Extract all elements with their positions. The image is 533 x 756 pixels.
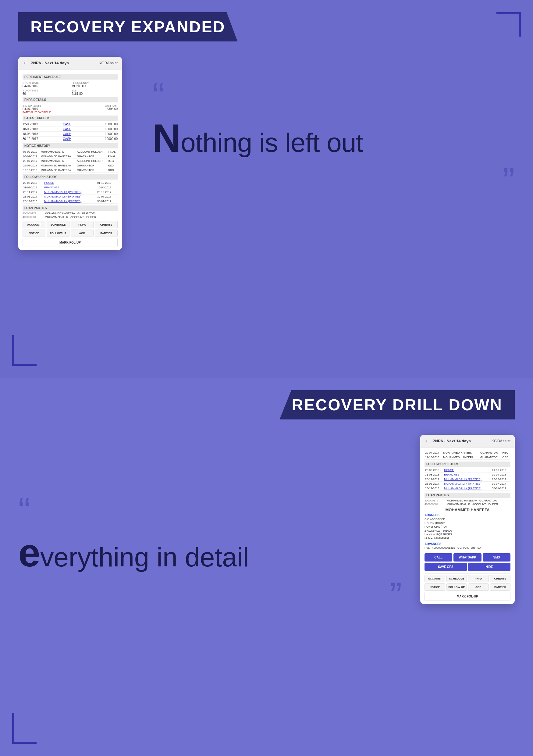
phone2-action-row2: NOTICE FOLLOW UP AOD PARTIES [424, 583, 511, 591]
address-label: ADDRESS [424, 513, 511, 517]
list-item: 29-07-2017MUHAMMADALI KACCOUNT HOLDERREG [22, 159, 118, 163]
phone-mockup-2: ← PNPA - Next 14 days KGBAssist 29-07-20… [420, 435, 515, 604]
list-item: 400000179MOHAMMED HANEEFAGUARANTOR [22, 212, 118, 215]
btn-schedule-1[interactable]: SCHEDULE [47, 221, 69, 228]
phone2-loan-parties-label: Loan Parties [424, 493, 511, 498]
btn-call[interactable]: CALL [424, 553, 452, 561]
quote-mark-open-bottom: “ [18, 496, 31, 525]
list-item: 28-06-2017MUHAMMADALI K (PARTIES)30-07-2… [22, 195, 118, 199]
list-item: 19-10-2016MOHAMMED HANEEFAGUARANTORORD [424, 455, 511, 460]
pnpa-left: IND NPA DATE 04-07-2019 PARTIALLY OVERDU… [22, 104, 51, 114]
loan-parties-list: 400000179MOHAMMED HANEEFAGUARANTOR400000… [22, 212, 118, 219]
phone2-back-btn[interactable]: ← [424, 438, 430, 444]
mark-followup-btn-2[interactable]: MARK FOL-UP [424, 592, 511, 601]
no-of-inst-item: NO.OF INST 60 [22, 88, 68, 95]
credits-table: 12-03-2019CASH10000.0018-09-2018CASH1000… [22, 122, 118, 142]
repayment-grid: START DATE 04-01-2016 FREQUENCY MONTHLY … [22, 81, 118, 95]
emi-item: EMI 2161.80 [72, 88, 118, 95]
section2-header-wrapper: RECOVERY DRILL DOWN [18, 390, 515, 419]
bracket-bottom-left-decor [12, 335, 37, 366]
repayment-label: Repayment Schedule [22, 74, 118, 80]
btn-aod-1[interactable]: AOD [71, 230, 93, 237]
btn-followup-1[interactable]: FOLLOW UP [47, 230, 69, 237]
phone1-title: PNPA - Next 14 days [31, 61, 99, 65]
quote-mark-close-bottom: ” [390, 581, 402, 610]
btn-notice-2[interactable]: NOTICE [424, 583, 445, 591]
btn-pnpa-1[interactable]: PNPA [71, 221, 93, 228]
phone1-header: ← PNPA - Next 14 days KGBAssist [18, 57, 122, 69]
phone2-loan-parties: 400000179MOHAMMED HANEEFAGUARANTOR400000… [424, 499, 511, 506]
section1-header: RECOVERY EXPANDED [18, 12, 238, 41]
quote-mark-close-top: ” [502, 166, 515, 195]
phone2-header: ← PNPA - Next 14 days KGBAssist [420, 435, 515, 447]
list-item: 400000884MUHAMMADALI KACCOUNT HOLDER [424, 503, 511, 506]
advances-label: ADVANCES [424, 542, 511, 546]
list-item: 06-02-2019MOHAMMED HANEEFAGUARANTORFINAL [22, 154, 118, 159]
section-recovery-drilldown: RECOVERY DRILL DOWN “ everything in deta… [0, 378, 533, 756]
list-item: 18-08-2018CASH10000.00 [22, 132, 118, 137]
btn-sms[interactable]: SMS [483, 553, 511, 561]
address-text: C/O ABCDABCDHOUSY HOUSYPQRSPQRS (PO)ZYXW… [424, 517, 511, 540]
list-item: 19-10-2016MOHAMMED HANEEFAGUARANTORORD [22, 168, 118, 173]
list-item: 28-08-2018HOUSE01-10-2018 [22, 181, 118, 185]
list-item: 29-07-2017MOHAMMED HANEEFAGUARANTORREG [22, 163, 118, 168]
quote-mark-open-top: “ [152, 81, 165, 110]
loan-parties-label: Loan Parties [22, 205, 118, 211]
followup-table: 28-08-2018HOUSE01-10-201831-03-2018BRANC… [22, 181, 118, 203]
btn-pnpa-2[interactable]: PNPA [468, 575, 489, 582]
section2-header: RECOVERY DRILL DOWN [280, 390, 515, 419]
btn-notice-1[interactable]: NOTICE [22, 230, 45, 237]
phone1-kgb-logo: KGBAssist [99, 61, 118, 65]
phone2-notice-table: 29-07-2017MOHAMMED HANEEFAGUARANTORREG19… [424, 450, 511, 460]
phone1-body: Repayment Schedule START DATE 04-01-2016… [18, 69, 122, 250]
btn-account-1[interactable]: ACCOUNT [22, 221, 45, 228]
list-item: 30-12-2017CASH10000.00 [22, 137, 118, 142]
mark-followup-btn-1[interactable]: MARK FOL-UP [22, 238, 118, 247]
btn-parties-1[interactable]: PARTIES [95, 230, 118, 237]
quote-text-top: Nothing is left out [152, 117, 363, 160]
latest-credits-label: Latest credits [22, 116, 118, 121]
pnpa-right: CRIT AMT 5393.60 [105, 104, 118, 111]
list-item: 31-03-2018BRANCHES10-04-2018 [424, 472, 511, 477]
advances-row: PVL 400000000001315 GUARANTOR SA [424, 546, 511, 549]
quote-area-bottom: “ everything in detail ” [18, 435, 402, 610]
bracket-bottom-left2-decor [12, 713, 37, 744]
pnpa-reason: PARTIALLY OVERDUE [22, 111, 51, 114]
list-item: 28-12-2016MUHAMMADALI K (PARTIES)30-01-2… [22, 199, 118, 203]
btn-parties-2[interactable]: PARTIES [490, 583, 511, 591]
btn-aod-2[interactable]: AOD [468, 583, 489, 591]
phone1-back-btn[interactable]: ← [22, 60, 28, 66]
list-item: 31-03-2018BRANCHES10-04-2018 [22, 185, 118, 190]
bracket-top-right-decor [496, 12, 521, 37]
quote-text-bottom: everything in detail [18, 531, 249, 575]
list-item: 400000884MUHAMMADALI KACCOUNT HOLDER [22, 216, 118, 219]
section1-content: ← PNPA - Next 14 days KGBAssist Repaymen… [18, 57, 515, 250]
list-item: 06-02-2019MUHAMMADALI KACCOUNT HOLDERFIN… [22, 150, 118, 154]
list-item: 28-11-2017MUHAMMADALI K (PARTIES)20-12-2… [22, 190, 118, 195]
btn-account-2[interactable]: ACCOUNT [424, 575, 445, 582]
btn-credits-1[interactable]: CREDITS [95, 221, 118, 228]
phone2-action-row1: ACCOUNT SCHEDULE PNPA CREDITS [424, 575, 511, 582]
quote-big-letter-top: N [152, 116, 181, 160]
btn-save-gps[interactable]: SAVE GPS [424, 563, 467, 571]
phone2-body: 29-07-2017MOHAMMED HANEEFAGUARANTORREG19… [420, 447, 515, 604]
btn-schedule-2[interactable]: SCHEDULE [446, 575, 467, 582]
frequency-item: FREQUENCY MONTHLY [72, 81, 118, 88]
btn-followup-2[interactable]: FOLLOW UP [446, 583, 467, 591]
pnpa-details: IND NPA DATE 04-07-2019 PARTIALLY OVERDU… [22, 104, 118, 114]
btn-hide[interactable]: HIDE [468, 563, 511, 571]
action-buttons-row1: ACCOUNT SCHEDULE PNPA CREDITS [22, 221, 118, 228]
contact-btn-grid: CALL WHATSAPP SMS [424, 553, 511, 561]
quote-big-letter-bottom: e [18, 530, 40, 575]
section2-content: “ everything in detail ” ← PNPA - Next 1… [18, 435, 515, 610]
quote-area-top: “ Nothing is left out ” [140, 57, 515, 195]
btn-credits-2[interactable]: CREDITS [490, 575, 511, 582]
phone-mockup-1: ← PNPA - Next 14 days KGBAssist Repaymen… [18, 57, 122, 250]
action-buttons-row2: NOTICE FOLLOW UP AOD PARTIES [22, 230, 118, 237]
btn-whatsapp[interactable]: WHATSAPP [453, 553, 481, 561]
start-date-item: START DATE 04-01-2016 [22, 81, 68, 88]
person-name: MOHAMMED HANEEFA [424, 507, 511, 512]
phone2-title: PNPA - Next 14 days [433, 439, 492, 443]
notice-history-label: Notice History [22, 143, 118, 148]
phone2-followup-table: 28-08-2018HOUSE01-10-201831-03-2018BRANC… [424, 468, 511, 491]
